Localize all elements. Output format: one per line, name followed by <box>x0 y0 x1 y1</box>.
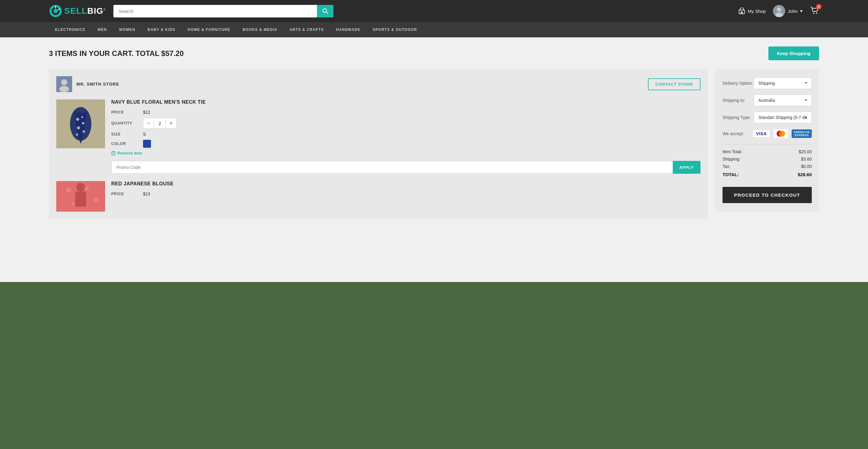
svg-point-18 <box>82 122 84 124</box>
cart-badge: 2 <box>816 4 822 9</box>
svg-point-30 <box>85 186 89 191</box>
item-1-image <box>56 99 105 148</box>
promo-apply-button[interactable]: APPLY <box>673 161 701 174</box>
item-2-name: RED JAPANESE BLOUSE <box>111 181 701 186</box>
size-label: SIZE <box>111 132 136 137</box>
header-right: My Shop John ▾ 2 <box>738 5 819 17</box>
item-2-price-label: PRICE <box>111 192 136 196</box>
svg-point-36 <box>779 130 785 137</box>
shipping-to-select[interactable]: Australia USA UK <box>754 94 812 106</box>
cart-item-2: RED JAPANESE BLOUSE PRICE $13 <box>56 181 701 212</box>
shipping-to-row: Shipping to: Australia USA UK <box>722 94 812 106</box>
nav-item-women[interactable]: WOMEN <box>113 22 142 37</box>
shipping-type-row: Shipping Type: Standart Shipping (5-7 da… <box>722 112 812 123</box>
svg-point-11 <box>816 12 817 14</box>
color-swatch <box>143 140 151 148</box>
nav-item-sports-outdoor[interactable]: SPORTS & OUTDOOR <box>367 22 423 37</box>
nav-item-baby-kids[interactable]: BABY & KIDS <box>142 22 182 37</box>
tax-line: Tax: $0.00 <box>722 164 812 169</box>
main: 3 ITEMS IN YOUR CART. TOTAL $57.20 Keep … <box>0 37 868 282</box>
item-1-size: S <box>143 132 146 137</box>
svg-point-28 <box>66 188 71 193</box>
svg-point-8 <box>777 7 781 11</box>
svg-point-32 <box>71 202 75 206</box>
svg-point-2 <box>54 9 58 13</box>
we-accept-label: We accept: <box>722 131 744 136</box>
cart-header: 3 ITEMS IN YOUR CART. TOTAL $57.20 Keep … <box>49 47 819 60</box>
store-info: MR. SMITH STORE <box>56 76 119 92</box>
color-label: COLOR <box>111 142 136 146</box>
item-1-qty-row: QUANTITY − 2 + <box>111 118 701 129</box>
shipping-type-label: Shipping Type: <box>722 115 751 120</box>
svg-rect-23 <box>112 152 115 155</box>
nav: ELECTRONICS MEN WOMEN BABY & KIDS HOME &… <box>0 22 868 37</box>
search-input[interactable] <box>114 5 317 18</box>
cart-body: MR. SMITH STORE CONTACT STORE <box>49 69 819 219</box>
svg-point-17 <box>76 118 79 121</box>
store-header: MR. SMITH STORE CONTACT STORE <box>56 76 701 92</box>
svg-rect-6 <box>741 11 743 13</box>
search-button[interactable] <box>317 5 334 18</box>
item-2-details: RED JAPANESE BLOUSE PRICE $13 <box>111 181 701 212</box>
keep-shopping-button[interactable]: Keep Shopping <box>768 47 819 60</box>
item-total-line: Item Total: $25.00 <box>722 149 812 154</box>
contact-store-button[interactable]: CONTACT STORE <box>648 78 701 90</box>
cart-title: 3 ITEMS IN YOUR CART. TOTAL $57.20 <box>49 49 184 58</box>
promo-code-row: APPLY <box>111 161 701 174</box>
nav-item-books-media[interactable]: BOOKS & MEDIA <box>237 22 284 37</box>
svg-point-19 <box>77 126 80 129</box>
shipping-type-select[interactable]: Standart Shipping (5-7 days) Express Shi… <box>754 112 812 123</box>
delivery-option-row: Delivery Option: Shipping Pickup <box>722 78 812 89</box>
shipping-line: Shipping: $3.60 <box>722 157 812 161</box>
delivery-option-select[interactable]: Shipping Pickup <box>754 78 812 89</box>
item-2-price-row: PRICE $13 <box>111 191 701 197</box>
logo[interactable]: SELLBIG® <box>49 4 106 18</box>
chevron-down-icon: ▾ <box>800 8 803 14</box>
svg-point-21 <box>76 133 78 136</box>
svg-point-31 <box>94 197 98 202</box>
order-summary-panel: Delivery Option: Shipping Pickup Shippin… <box>715 69 819 212</box>
nav-item-electronics[interactable]: ELECTRONICS <box>49 22 91 37</box>
item-1-size-row: SIZE S <box>111 132 701 137</box>
qty-decrease-button[interactable]: − <box>143 118 154 128</box>
logo-text: SELLBIG® <box>64 6 106 16</box>
svg-point-13 <box>61 79 67 85</box>
svg-point-20 <box>83 130 85 133</box>
visa-icon: VISA <box>753 130 770 138</box>
svg-point-22 <box>81 116 83 118</box>
item-2-image <box>56 181 105 212</box>
item-1-details: NAVY BLUE FLORAL MEN'S NECK TIE PRICE $1… <box>111 99 701 174</box>
item-2-price: $13 <box>143 191 150 197</box>
remove-item-button[interactable]: Remove Item <box>111 151 701 155</box>
search-bar <box>114 5 334 18</box>
quantity-label: QUANTITY <box>111 121 136 125</box>
header: SELLBIG® My Shop <box>0 0 868 22</box>
cart-icon-area[interactable]: 2 <box>810 6 819 16</box>
nav-item-handmade[interactable]: HANDMADE <box>330 22 367 37</box>
checkout-button[interactable]: PROCEED TO CHECKOUT <box>722 187 812 203</box>
quantity-control: − 2 + <box>143 118 177 129</box>
mastercard-icon <box>773 129 788 139</box>
cart-item-1: NAVY BLUE FLORAL MEN'S NECK TIE PRICE $1… <box>56 99 701 174</box>
nav-item-men[interactable]: MEN <box>91 22 113 37</box>
qty-value: 2 <box>154 119 166 128</box>
promo-code-input[interactable] <box>111 161 673 174</box>
item-1-price: $12 <box>143 110 150 115</box>
logo-icon <box>49 4 62 18</box>
we-accept-row: We accept: VISA AMERICANEXPRESS <box>722 129 812 139</box>
trash-icon <box>111 151 116 155</box>
user-menu[interactable]: John ▾ <box>773 5 803 17</box>
amex-icon: AMERICANEXPRESS <box>792 129 812 138</box>
nav-item-home-furniture[interactable]: HOME & FURNITURE <box>182 22 237 37</box>
shipping-to-label: Shipping to: <box>722 98 745 103</box>
store-avatar <box>56 76 72 92</box>
my-shop-link[interactable]: My Shop <box>738 8 766 14</box>
cart-items-panel: MR. SMITH STORE CONTACT STORE <box>49 69 708 219</box>
search-icon <box>322 8 328 14</box>
svg-point-33 <box>76 183 85 191</box>
grand-total-line: TOTAL: $28.60 <box>722 172 812 177</box>
shop-icon <box>738 8 745 14</box>
qty-increase-button[interactable]: + <box>166 118 176 128</box>
delivery-label: Delivery Option: <box>722 81 753 86</box>
nav-item-arts-crafts[interactable]: ARTS & CRAFTS <box>283 22 330 37</box>
